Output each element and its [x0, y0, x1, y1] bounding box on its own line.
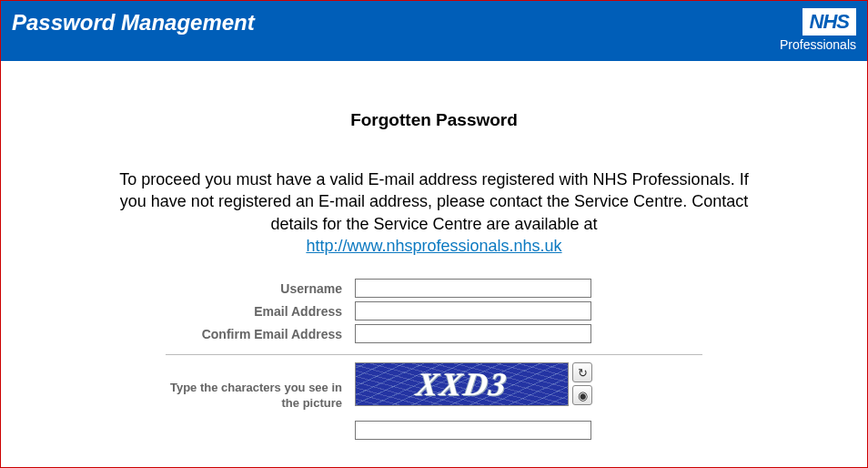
refresh-icon: ↻ — [578, 366, 588, 380]
label-username: Username — [166, 281, 355, 296]
intro-text: To proceed you must have a valid E-mail … — [106, 168, 762, 257]
captcha-field[interactable] — [355, 421, 591, 440]
divider — [166, 354, 702, 355]
captcha-row: Type the characters you see in the pictu… — [166, 362, 702, 412]
nhs-logo-text: NHS — [802, 8, 856, 36]
email-field[interactable] — [355, 301, 591, 320]
captcha-refresh-button[interactable]: ↻ — [572, 362, 592, 382]
label-captcha: Type the characters you see in the pictu… — [166, 362, 355, 412]
captcha-image: XXD3 — [355, 362, 569, 406]
captcha-input-row — [355, 421, 702, 440]
nhs-logo: NHS Professionals — [780, 8, 856, 52]
intro-link[interactable]: http://www.nhsprofessionals.nhs.uk — [306, 237, 561, 255]
audio-icon: ◉ — [578, 389, 588, 402]
captcha-text: XXD3 — [414, 365, 510, 403]
nhs-logo-subtext: Professionals — [780, 37, 856, 52]
row-confirm-email: Confirm Email Address — [166, 324, 702, 343]
captcha-box: XXD3 ↻ ◉ — [355, 362, 592, 406]
label-confirm-email: Confirm Email Address — [166, 327, 355, 341]
row-username: Username — [166, 279, 702, 298]
row-email: Email Address — [166, 301, 702, 320]
form-area: Username Email Address Confirm Email Add… — [166, 279, 702, 440]
header: Password Management NHS Professionals — [1, 1, 867, 61]
label-email: Email Address — [166, 304, 355, 319]
page-heading: Forgotten Password — [12, 110, 856, 130]
username-field[interactable] — [355, 279, 591, 298]
confirm-email-field[interactable] — [355, 324, 591, 343]
main-content: Forgotten Password To proceed you must h… — [1, 110, 867, 468]
header-title: Password Management — [12, 8, 255, 36]
captcha-controls: ↻ ◉ — [572, 362, 592, 405]
captcha-audio-button[interactable]: ◉ — [572, 385, 592, 405]
intro-text-body: To proceed you must have a valid E-mail … — [119, 170, 748, 233]
